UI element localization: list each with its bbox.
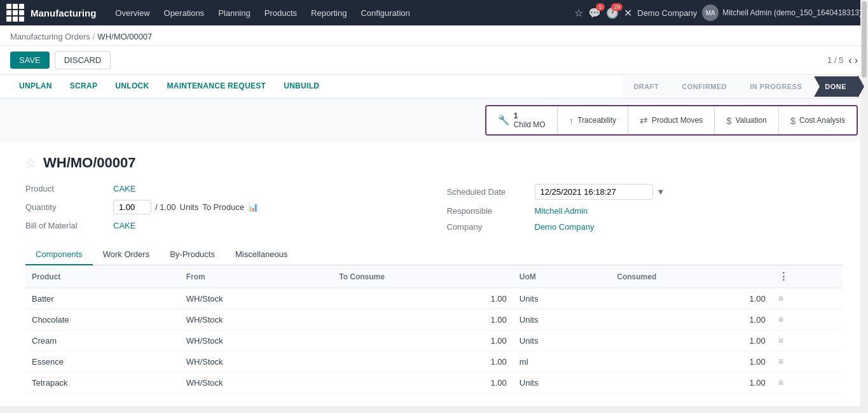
menu-reporting[interactable]: Reporting [305, 4, 353, 22]
quantity-input[interactable] [113, 200, 151, 214]
valuation-icon: $ [726, 115, 731, 126]
wrench-icon: 🔧 [498, 115, 510, 126]
components-table: Product From To Consume UoM Consumed ⋮ B… [25, 265, 843, 393]
row-list-icon[interactable]: ≡ [778, 356, 783, 367]
company-label: Company [447, 222, 530, 232]
action-maintenance-request[interactable]: MAINTENANCE REQUEST [158, 75, 275, 98]
col-uom: UoM [513, 265, 610, 288]
status-done[interactable]: DONE [813, 76, 858, 97]
table-row: Essence WH/Stock 1.00 ml 1.00 ≡ [25, 351, 843, 372]
star-nav-icon[interactable]: ☆ [574, 7, 583, 19]
app-grid-icon[interactable] [6, 4, 24, 22]
activity-badge-wrap[interactable]: 🕐 29 [606, 7, 619, 19]
row-list-icon[interactable]: ≡ [778, 293, 783, 304]
scrollbar[interactable] [860, 0, 868, 406]
valuation-button[interactable]: $ Valuation [715, 106, 779, 134]
status-in-progress[interactable]: IN PROGRESS [738, 76, 813, 97]
status-confirmed[interactable]: CONFIRMED [670, 76, 738, 97]
cost-analysis-button[interactable]: $ Cost Analysis [779, 106, 857, 134]
bom-value[interactable]: CAKE [113, 221, 135, 230]
breadcrumb-parent[interactable]: Manufacturing Orders [10, 32, 90, 41]
menu-overview[interactable]: Overview [109, 4, 156, 22]
menu-configuration[interactable]: Configuration [354, 4, 416, 22]
cell-from: WH/Stock [180, 309, 333, 330]
traceability-icon: ↑ [569, 115, 574, 126]
child-mo-label: Child MO [514, 120, 546, 129]
content-wrapper: 🔧 1 Child MO ↑ Traceability ⇄ Product Mo… [0, 99, 868, 406]
cell-from: WH/Stock [180, 372, 333, 393]
scrollbar-thumb[interactable] [862, 1, 867, 78]
cell-from: WH/Stock [180, 330, 333, 351]
user-name: Mitchell Admin (demo_150_1640418313) [722, 8, 862, 17]
prev-button[interactable]: ‹ [848, 55, 851, 66]
child-mo-count: 1 [514, 111, 546, 120]
cell-row-action[interactable]: ≡ [772, 309, 843, 330]
date-dropdown-icon[interactable]: ▼ [657, 187, 665, 197]
favorite-star-icon[interactable]: ☆ [25, 155, 37, 171]
next-button[interactable]: › [855, 55, 858, 66]
bom-label: Bill of Material [25, 221, 108, 230]
cell-row-action[interactable]: ≡ [772, 372, 843, 393]
cell-to-consume: 1.00 [333, 372, 513, 393]
action-unbuild[interactable]: UNBUILD [275, 75, 328, 98]
action-bar-right: 1 / 5 ‹ › [827, 55, 858, 66]
cell-to-consume: 1.00 [333, 351, 513, 372]
table-row: Batter WH/Stock 1.00 Units 1.00 ≡ [25, 288, 843, 309]
cell-row-action[interactable]: ≡ [772, 288, 843, 309]
discard-button[interactable]: DISCARD [55, 51, 111, 69]
action-scrap[interactable]: SCRAP [61, 75, 107, 98]
user-menu[interactable]: MA Mitchell Admin (demo_150_1640418313) [702, 4, 862, 21]
product-moves-button[interactable]: ⇄ Product Moves [628, 106, 715, 134]
column-options-icon[interactable]: ⋮ [778, 271, 789, 282]
chart-icon[interactable]: 📊 [248, 202, 258, 212]
traceability-label: Traceability [577, 116, 616, 125]
avatar: MA [702, 4, 719, 21]
cost-analysis-label: Cost Analysis [799, 116, 845, 125]
company-row: Company Demo Company [447, 222, 843, 232]
tab-work-orders[interactable]: Work Orders [93, 244, 160, 265]
action-unlock[interactable]: UNLOCK [106, 75, 158, 98]
qty-row: / 1.00 Units To Produce 📊 [113, 200, 258, 214]
row-list-icon[interactable]: ≡ [778, 335, 783, 346]
tab-by-products[interactable]: By-Products [160, 244, 225, 265]
action-unplan[interactable]: UNPLAN [10, 75, 61, 98]
cell-consumed: 1.00 [610, 372, 771, 393]
quantity-label: Quantity [25, 202, 108, 212]
company-name[interactable]: Demo Company [637, 8, 697, 18]
form-area: ☆ WH/MO/00007 Product CAKE Quantity / 1.… [0, 142, 868, 406]
cell-consumed: 1.00 [610, 351, 771, 372]
chat-badge: 5 [596, 3, 605, 11]
cell-row-action[interactable]: ≡ [772, 351, 843, 372]
breadcrumb-bar: Manufacturing Orders / WH/MO/00007 [0, 25, 868, 46]
chat-badge-wrap[interactable]: 💬 5 [588, 7, 601, 19]
cell-uom: Units [513, 309, 610, 330]
quantity-row: Quantity / 1.00 Units To Produce 📊 [25, 200, 422, 214]
row-list-icon[interactable]: ≡ [778, 314, 783, 325]
menu-products[interactable]: Products [258, 4, 303, 22]
product-moves-label: Product Moves [652, 116, 703, 125]
date-field: ▼ [535, 184, 665, 200]
responsible-value[interactable]: Mitchell Admin [535, 206, 588, 216]
tab-components[interactable]: Components [25, 244, 93, 265]
settings-icon[interactable]: ✕ [624, 7, 632, 19]
menu-operations[interactable]: Operations [158, 4, 211, 22]
status-draft[interactable]: DRAFT [622, 76, 670, 97]
traceability-button[interactable]: ↑ Traceability [558, 106, 628, 134]
table-row: Tetrapack WH/Stock 1.00 Units 1.00 ≡ [25, 372, 843, 393]
company-value[interactable]: Demo Company [535, 222, 595, 232]
smart-button-area: 🔧 1 Child MO ↑ Traceability ⇄ Product Mo… [0, 99, 868, 142]
scheduled-date-label: Scheduled Date [447, 187, 530, 197]
form-title: WH/MO/00007 [43, 155, 136, 171]
cell-row-action[interactable]: ≡ [772, 330, 843, 351]
cell-to-consume: 1.00 [333, 288, 513, 309]
topnav-right: ☆ 💬 5 🕐 29 ✕ Demo Company MA Mitchell Ad… [574, 4, 862, 21]
scheduled-date-input[interactable] [535, 184, 653, 200]
child-mo-button[interactable]: 🔧 1 Child MO [486, 106, 558, 134]
save-button[interactable]: SAVE [10, 52, 50, 69]
cell-product: Chocolate [25, 309, 180, 330]
product-value[interactable]: CAKE [113, 184, 135, 193]
menu-planning[interactable]: Planning [212, 4, 257, 22]
cell-uom: Units [513, 330, 610, 351]
row-list-icon[interactable]: ≡ [778, 377, 783, 388]
tab-miscellaneous[interactable]: Miscellaneous [225, 244, 298, 265]
